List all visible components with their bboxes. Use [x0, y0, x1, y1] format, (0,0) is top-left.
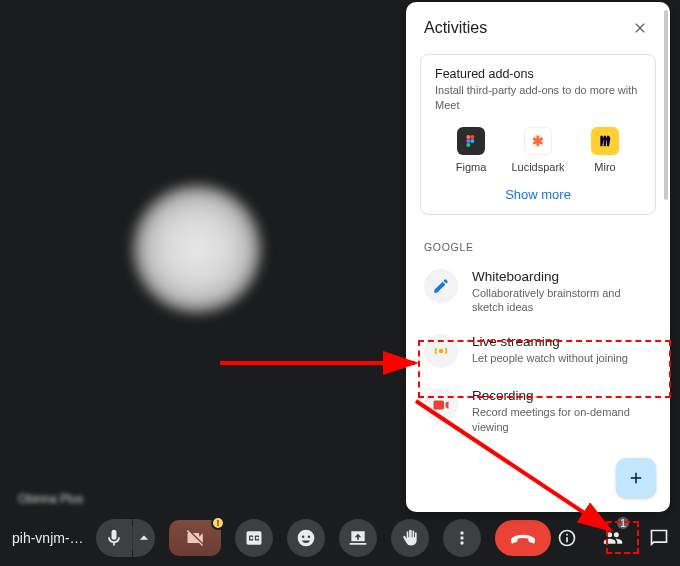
live-streaming-icon: [424, 334, 458, 368]
present-screen-button[interactable]: [339, 519, 377, 557]
participant-avatar-blurred: [132, 184, 262, 314]
svg-point-5: [470, 139, 474, 143]
center-controls: !: [96, 519, 551, 557]
addon-label: Lucidspark: [511, 161, 564, 173]
featured-title: Featured add-ons: [435, 67, 641, 81]
lucidspark-icon: ✱: [524, 127, 552, 155]
svg-point-6: [439, 349, 444, 354]
miro-icon: [591, 127, 619, 155]
smile-icon: [296, 528, 316, 548]
activity-recording[interactable]: Recording Record meetings for on-demand …: [406, 378, 670, 444]
svg-point-4: [470, 135, 474, 139]
svg-point-3: [466, 143, 470, 147]
present-icon: [348, 528, 368, 548]
svg-point-2: [466, 139, 470, 143]
panel-scrollbar-thumb[interactable]: [664, 10, 668, 200]
whiteboard-icon: [424, 269, 458, 303]
mic-toggle-button[interactable]: [96, 519, 132, 557]
camera-warning-badge: !: [211, 516, 225, 530]
participant-name-label: Obinna Plus: [18, 492, 83, 506]
camera-toggle-button[interactable]: !: [169, 520, 221, 556]
featured-subtitle: Install third-party add-ons to do more w…: [435, 83, 641, 113]
activity-title: Live streaming: [472, 334, 628, 349]
addon-row: Figma ✱ Lucidspark Miro: [441, 127, 635, 173]
svg-point-1: [466, 135, 470, 139]
info-icon: [557, 528, 577, 548]
addon-label: Miro: [594, 161, 615, 173]
mic-pill: [96, 519, 155, 557]
activity-subtitle: Record meetings for on-demand viewing: [472, 405, 652, 434]
chat-button[interactable]: [643, 519, 675, 557]
hand-icon: [400, 528, 420, 548]
leave-call-button[interactable]: [495, 520, 551, 556]
activity-title: Recording: [472, 388, 652, 403]
show-more-link[interactable]: Show more: [435, 179, 641, 204]
panel-title: Activities: [424, 19, 487, 37]
figma-icon: [457, 127, 485, 155]
close-panel-button[interactable]: [628, 16, 652, 40]
featured-addons-card: Featured add-ons Install third-party add…: [420, 54, 656, 215]
activity-whiteboarding[interactable]: Whiteboarding Collaboratively brainstorm…: [406, 259, 670, 325]
raise-hand-button[interactable]: [391, 519, 429, 557]
activity-title: Whiteboarding: [472, 269, 652, 284]
activity-text: Live streaming Let people watch without …: [472, 334, 628, 365]
mic-options-button[interactable]: [133, 519, 155, 557]
activity-live-streaming[interactable]: Live streaming Let people watch without …: [406, 324, 670, 378]
plus-icon: [627, 469, 645, 487]
addon-figma[interactable]: Figma: [441, 127, 501, 173]
panel-scrollbar[interactable]: [664, 10, 668, 504]
addon-lucidspark[interactable]: ✱ Lucidspark: [508, 127, 568, 173]
addon-miro[interactable]: Miro: [575, 127, 635, 173]
panel-header: Activities: [406, 2, 670, 50]
people-button[interactable]: 1: [597, 519, 629, 557]
right-controls: 1: [551, 519, 680, 557]
camera-off-icon: [185, 528, 205, 548]
mic-icon: [104, 528, 124, 548]
captions-icon: [244, 528, 264, 548]
activity-subtitle: Collaboratively brainstorm and sketch id…: [472, 286, 652, 315]
activity-subtitle: Let people watch without joining: [472, 351, 628, 365]
people-icon: [603, 528, 623, 548]
addon-label: Figma: [456, 161, 487, 173]
meeting-code-label: pih-vnjm-…: [8, 530, 96, 546]
more-options-button[interactable]: [443, 519, 481, 557]
more-vert-icon: [452, 528, 472, 548]
recording-icon: [424, 388, 458, 422]
reactions-button[interactable]: [287, 519, 325, 557]
activity-text: Whiteboarding Collaboratively brainstorm…: [472, 269, 652, 315]
chevron-up-icon: [134, 528, 154, 548]
close-icon: [632, 20, 648, 36]
add-activity-fab[interactable]: [616, 458, 656, 498]
captions-button[interactable]: [235, 519, 273, 557]
chat-icon: [649, 528, 669, 548]
activities-panel: Activities Featured add-ons Install thir…: [406, 2, 670, 512]
hangup-icon: [510, 525, 536, 551]
control-bar: pih-vnjm-… !: [0, 510, 680, 566]
activity-text: Recording Record meetings for on-demand …: [472, 388, 652, 434]
google-section-label: GOOGLE: [406, 225, 670, 259]
meeting-details-button[interactable]: [551, 519, 583, 557]
people-count-badge: 1: [615, 515, 631, 531]
